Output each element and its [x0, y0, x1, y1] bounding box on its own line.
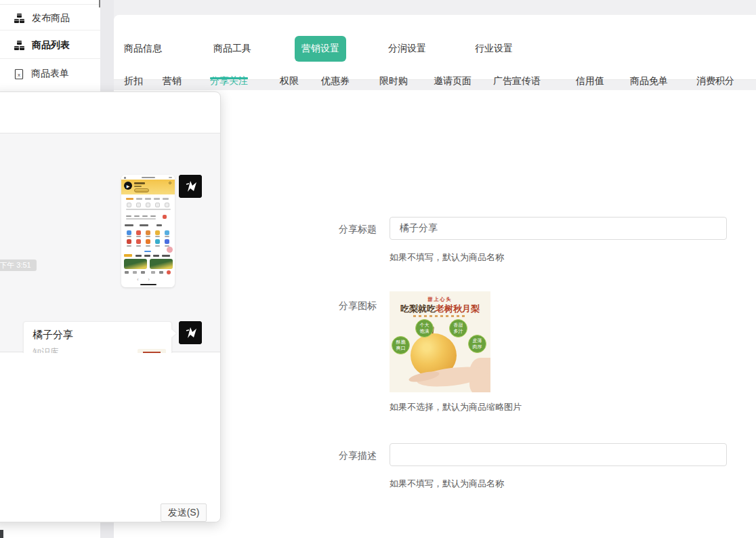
tab-product-info[interactable]: 商品信息 — [124, 43, 162, 55]
share-icon-hint: 如果不选择，默认为商品缩略图片 — [390, 401, 522, 413]
wechat-share-preview-window: ✕ ▶ — [0, 91, 221, 522]
chat-input-area[interactable]: 发送(S) — [0, 353, 220, 522]
tab-profit-settings[interactable]: 分润设置 — [388, 43, 426, 55]
sidebar-item-label: 商品表单 — [31, 68, 69, 80]
pear-title-main: 老树秋月梨 — [436, 304, 480, 314]
active-subtab-underline — [210, 77, 248, 79]
subtab-free-order[interactable]: 商品免单 — [630, 75, 668, 87]
mini-banner — [124, 259, 147, 269]
subtab-invite-page[interactable]: 邀请页面 — [434, 75, 471, 87]
sidebar-item-publish-product[interactable]: 发布商品 — [0, 5, 100, 31]
share-icon-image[interactable]: 甜上心头 吃梨就吃老树秋月梨 个大饱满 香甜多汁 酥脆爽口 皮薄肉厚 — [390, 291, 490, 392]
chat-bubble-arrow — [171, 329, 176, 337]
share-title-input[interactable] — [390, 217, 727, 240]
subtab-consume-points[interactable]: 消费积分 — [696, 75, 734, 87]
mini-stats-card — [123, 213, 173, 222]
divider — [0, 4, 100, 5]
share-title-hint: 如果不填写，默认为商品名称 — [390, 251, 504, 264]
contact-avatar — [179, 175, 202, 198]
pear-subtitle-bar — [413, 315, 467, 317]
phone-screenshot-message[interactable]: ▶ — [121, 175, 175, 287]
pear-tagline: 甜上心头 — [390, 296, 490, 303]
contact-avatar — [179, 321, 202, 344]
sidebar-item-product-list[interactable]: 商品列表 — [0, 33, 100, 58]
subtab-permission[interactable]: 权限 — [280, 75, 299, 87]
tab-product-tools[interactable]: 商品工具 — [213, 43, 251, 55]
divider — [0, 58, 100, 59]
tab-label: 营销设置 — [301, 43, 339, 55]
subtab-ad-slogan[interactable]: 广告宣传语 — [493, 75, 541, 87]
mini-gold-header: ▶ — [121, 180, 175, 194]
svg-text:x: x — [18, 72, 20, 78]
cubes-icon — [14, 13, 25, 24]
document-x-icon: x — [14, 68, 24, 80]
badge-crispy: 酥脆爽口 — [392, 336, 410, 354]
pear-title-prefix: 吃梨就吃 — [400, 304, 436, 314]
window-edge-fragment — [0, 530, 3, 538]
sidebar-item-label: 发布商品 — [32, 12, 70, 24]
tab-marketing-settings[interactable]: 营销设置 — [295, 36, 346, 62]
settings-tab-bar: 商品信息 商品工具 营销设置 分润设置 行业设置 折扣 营销 分享关注 权限 优… — [114, 15, 756, 80]
mini-float-avatar — [167, 247, 173, 253]
share-desc-input[interactable] — [390, 443, 727, 466]
chat-timestamp: 下午 3:51 — [0, 260, 37, 271]
share-title-label: 分享标题 — [325, 224, 377, 236]
badge-sweet-juicy: 香甜多汁 — [449, 319, 467, 337]
subtab-discount[interactable]: 折扣 — [124, 75, 143, 87]
mini-banner — [150, 259, 173, 269]
subtab-marketing[interactable]: 营销 — [163, 75, 182, 87]
share-icon-label: 分享图标 — [325, 300, 377, 312]
pear-title: 吃梨就吃老树秋月梨 — [390, 303, 490, 315]
mini-page-dots — [144, 251, 151, 252]
sidebar-item-product-form[interactable]: x 商品表单 — [0, 61, 100, 87]
sidebar-item-label: 商品列表 — [32, 39, 70, 51]
badge-big-full: 个大饱满 — [415, 319, 434, 337]
share-card-title: 橘子分享 — [33, 329, 73, 342]
mini-tabs-card — [123, 196, 173, 211]
tab-industry-settings[interactable]: 行业设置 — [475, 43, 513, 55]
subtab-coupon[interactable]: 优惠券 — [321, 75, 350, 87]
cubes-icon — [14, 40, 25, 51]
badge-thin-skin: 皮薄肉厚 — [468, 335, 486, 353]
mini-statusbar — [121, 175, 175, 180]
divider — [0, 30, 100, 30]
subtab-flash-sale[interactable]: 限时购 — [379, 75, 408, 87]
share-desc-hint: 如果不填写，默认为商品名称 — [390, 478, 504, 490]
chat-message-area: ▶ — [0, 133, 220, 352]
mini-home-indicator — [140, 284, 156, 285]
mini-avatar: ▶ — [124, 182, 132, 190]
mini-icon-grid — [123, 229, 173, 249]
subtab-credit-value[interactable]: 信用值 — [576, 75, 604, 87]
send-button[interactable]: 发送(S) — [161, 503, 207, 522]
mini-pagination: ‹› — [121, 277, 175, 282]
share-desc-label: 分享描述 — [325, 450, 377, 462]
